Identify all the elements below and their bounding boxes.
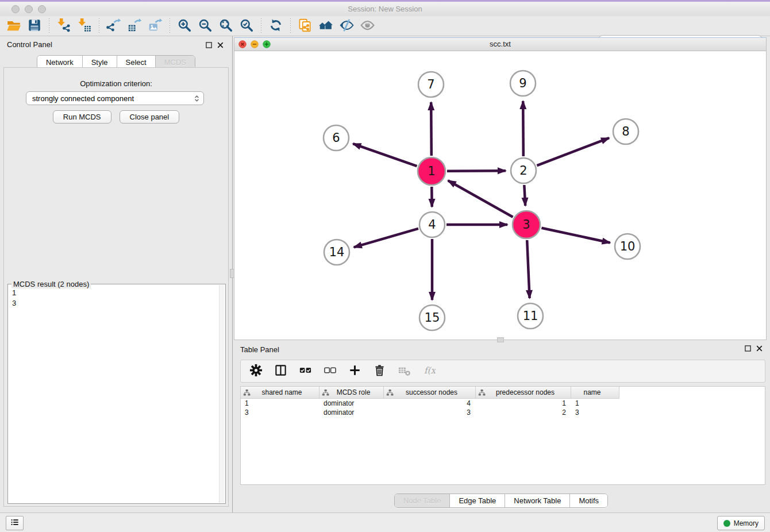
edge-2-8[interactable]	[537, 138, 609, 165]
graph-node-1[interactable]: 1	[418, 157, 445, 185]
table-row[interactable]: 3 dominator 3 2 3	[241, 408, 765, 417]
zoom-out-icon	[198, 18, 213, 34]
tab-node-table[interactable]: Node Table	[395, 494, 451, 507]
float-panel-icon[interactable]	[205, 41, 213, 48]
cell-mcds-role: dominator	[319, 399, 384, 407]
delete-table-button[interactable]	[396, 364, 411, 379]
column-header-shared-name[interactable]: shared name	[241, 387, 319, 399]
horizontal-splitter-grip[interactable]	[497, 337, 504, 342]
graph-node-14[interactable]: 14	[324, 240, 349, 265]
column-header-name[interactable]: name	[571, 387, 619, 399]
graph-node-2[interactable]: 2	[511, 158, 536, 183]
graph-node-4[interactable]: 4	[419, 212, 445, 237]
control-panel-title: Control Panel	[7, 40, 52, 49]
add-button[interactable]	[347, 364, 362, 379]
network-window-close-button[interactable]	[238, 40, 247, 48]
deselect-all-checkboxes-icon	[324, 364, 337, 379]
graph-node-7[interactable]: 7	[418, 72, 444, 97]
zoom-traffic-icon	[263, 40, 271, 48]
task-history-button[interactable]	[6, 516, 24, 530]
mcds-result-line: 3	[8, 298, 225, 309]
memory-status-icon	[723, 520, 730, 527]
edge-3-10[interactable]	[541, 228, 610, 243]
select-all-checkboxes-icon	[299, 364, 312, 379]
table-row[interactable]: 1 dominator 4 1 1	[241, 399, 765, 408]
gear-button[interactable]	[248, 364, 263, 379]
network-window-buttons	[238, 40, 271, 48]
export-table-icon	[127, 18, 142, 34]
export-table-button[interactable]	[124, 17, 145, 34]
edge-2-3[interactable]	[524, 185, 525, 206]
column-header-successor-nodes[interactable]: successor nodes	[384, 387, 476, 399]
memory-button[interactable]: Memory	[717, 516, 765, 530]
window-minimize-icon[interactable]	[25, 5, 33, 13]
edge-3-11[interactable]	[527, 240, 529, 298]
open-file-button[interactable]	[3, 17, 24, 34]
refresh-button[interactable]	[265, 17, 286, 34]
network-graph: 7968124314101511	[234, 51, 766, 340]
edge-3-1[interactable]	[448, 180, 513, 217]
function-builder-icon: f(x)	[422, 364, 436, 379]
run-mcds-button[interactable]: Run MCDS	[53, 110, 111, 124]
network-window-minimize-button[interactable]	[251, 40, 259, 48]
export-image-button[interactable]	[145, 17, 165, 34]
split-columns-button[interactable]	[273, 364, 288, 379]
column-header-predecessor-nodes[interactable]: predecessor nodes	[476, 387, 571, 399]
close-traffic-icon	[238, 40, 247, 48]
delete-button[interactable]	[372, 364, 387, 379]
import-network-button[interactable]	[53, 17, 74, 34]
result-scrollbar[interactable]	[219, 285, 225, 503]
control-panel: Control Panel Network Style Select MCDS …	[0, 36, 232, 512]
graph-node-11[interactable]: 11	[518, 303, 543, 329]
titlebar: Session: New Session	[0, 2, 770, 16]
network-canvas[interactable]: 7968124314101511	[234, 51, 766, 340]
first-neighbors-button[interactable]	[315, 17, 336, 34]
deselect-all-checkboxes-button[interactable]	[322, 364, 337, 379]
select-all-checkboxes-button[interactable]	[298, 364, 313, 379]
edge-1-2[interactable]	[447, 171, 506, 171]
function-builder-button[interactable]: f(x)	[421, 364, 436, 379]
mcds-buttons: Run MCDS Close panel	[4, 110, 228, 124]
network-window-title: scc.txt	[234, 38, 766, 51]
graph-node-9[interactable]: 9	[510, 71, 536, 96]
column-header-mcds-role[interactable]: MCDS role	[319, 387, 384, 399]
zoom-fit-button[interactable]	[215, 17, 236, 34]
svg-text:3: 3	[522, 218, 530, 232]
tab-edge-table[interactable]: Edge Table	[450, 494, 505, 507]
show-all-icon	[360, 18, 375, 34]
network-window-zoom-button[interactable]	[263, 40, 271, 48]
edge-4-14[interactable]	[354, 229, 418, 248]
svg-text:f(x): f(x)	[424, 365, 435, 376]
new-network-from-selection-button[interactable]	[295, 17, 315, 34]
criterion-dropdown[interactable]: strongly connected component	[26, 91, 204, 105]
float-table-panel-icon[interactable]	[744, 344, 752, 352]
zoom-selected-button[interactable]	[236, 17, 257, 34]
graph-node-6[interactable]: 6	[324, 125, 349, 151]
edge-1-6[interactable]	[353, 144, 417, 166]
export-network-button[interactable]	[103, 17, 124, 34]
close-panel-icon[interactable]	[217, 41, 224, 48]
window-close-icon[interactable]	[11, 5, 20, 13]
zoom-in-button[interactable]	[174, 17, 195, 34]
zoom-out-button[interactable]	[195, 17, 215, 34]
window-title: Session: New Session	[0, 2, 770, 16]
show-all-button[interactable]	[357, 17, 378, 34]
import-table-icon	[77, 18, 92, 34]
close-panel-button[interactable]: Close panel	[120, 110, 180, 124]
graph-node-10[interactable]: 10	[615, 234, 640, 259]
close-table-panel-icon[interactable]	[756, 344, 763, 352]
hide-selected-button[interactable]	[336, 17, 357, 34]
graph-node-15[interactable]: 15	[419, 305, 445, 330]
graph-node-8[interactable]: 8	[613, 119, 638, 144]
edge-2-9[interactable]	[523, 101, 523, 156]
graph-node-3[interactable]: 3	[513, 211, 540, 238]
import-table-button[interactable]	[74, 17, 95, 34]
edge-1-7[interactable]	[431, 102, 432, 156]
tab-motifs[interactable]: Motifs	[570, 494, 607, 507]
toolbar-separator	[170, 18, 170, 33]
window-zoom-icon[interactable]	[38, 5, 46, 13]
tab-network-table[interactable]: Network Table	[505, 494, 570, 507]
criterion-value: strongly connected component	[32, 94, 134, 103]
svg-text:10: 10	[620, 240, 636, 253]
save-session-button[interactable]	[24, 17, 45, 34]
